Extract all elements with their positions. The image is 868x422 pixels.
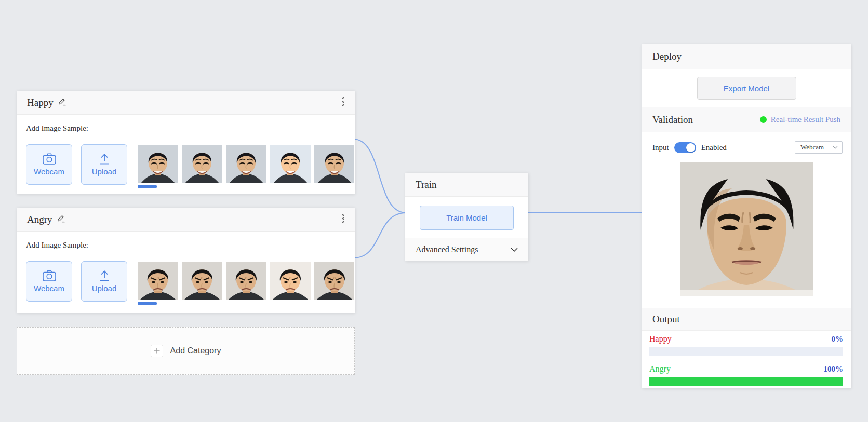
webcam-button[interactable]: Webcam — [26, 144, 72, 185]
add-sample-label: Add Image Sample: — [26, 124, 88, 133]
connector-angry-train — [353, 213, 406, 258]
sample-thumbnail[interactable] — [270, 145, 311, 183]
connector-happy-train — [353, 139, 406, 213]
select-value: Webcam — [800, 143, 833, 152]
input-toggle[interactable] — [674, 142, 696, 153]
sample-thumbnail[interactable] — [314, 145, 354, 183]
edit-icon[interactable] — [57, 214, 65, 223]
edit-icon[interactable] — [58, 98, 66, 106]
deploy-header: Deploy — [642, 44, 851, 69]
sample-thumbnails — [138, 262, 354, 300]
output-bar-track — [649, 347, 843, 356]
upload-button-label: Upload — [92, 284, 117, 293]
export-section: Export Model — [642, 69, 851, 107]
more-menu-icon[interactable] — [342, 214, 344, 223]
camera-icon — [43, 153, 56, 165]
add-category-button[interactable]: Add Category — [17, 327, 355, 375]
output-title: Output — [652, 314, 680, 325]
workspace-canvas: Happy Add Image Sample: Webcam — [0, 0, 868, 422]
output-body: Happy 0% Angry 100% — [642, 334, 851, 386]
sample-thumbnail[interactable] — [314, 262, 354, 300]
category-title: Angry — [27, 214, 52, 225]
output-percent: 100% — [824, 365, 844, 374]
sample-controls: Webcam Upload — [26, 261, 354, 302]
output-header: Output — [642, 308, 851, 331]
camera-icon — [43, 270, 56, 281]
input-label: Input — [652, 143, 669, 152]
deploy-title: Deploy — [652, 51, 682, 62]
output-bar-fill — [649, 377, 843, 386]
add-category-label: Add Category — [170, 346, 221, 356]
realtime-push-link[interactable]: Real-time Result Push — [771, 115, 840, 124]
output-bar-track — [649, 377, 843, 386]
sample-thumbnail[interactable] — [138, 145, 178, 183]
sample-thumbnail[interactable] — [182, 262, 222, 300]
sample-thumbnail[interactable] — [138, 262, 178, 300]
train-model-button[interactable]: Train Model — [420, 206, 514, 230]
train-title: Train — [416, 179, 436, 190]
category-title: Happy — [27, 97, 54, 108]
upload-button[interactable]: Upload — [81, 144, 127, 185]
webcam-button-label: Webcam — [34, 167, 64, 176]
output-percent: 0% — [832, 335, 844, 344]
deploy-panel: Deploy Export Model Validation Real-time… — [642, 44, 851, 388]
output-row-angry: Angry 100% — [649, 364, 843, 386]
chevron-down-icon[interactable] — [511, 248, 518, 252]
plus-icon — [151, 345, 163, 357]
sample-thumbnail[interactable] — [226, 145, 266, 183]
category-header: Happy — [17, 91, 355, 115]
sample-thumbnail[interactable] — [226, 262, 266, 300]
realtime-status: Real-time Result Push — [760, 115, 840, 124]
input-row: Input Enabled Webcam — [642, 132, 851, 162]
advanced-settings-row[interactable]: Advanced Settings — [405, 238, 528, 261]
upload-button[interactable]: Upload — [81, 261, 127, 302]
sample-thumbnail[interactable] — [182, 145, 222, 183]
output-row-happy: Happy 0% — [649, 334, 843, 356]
advanced-settings-label: Advanced Settings — [416, 245, 478, 254]
category-header: Angry — [17, 208, 355, 232]
more-menu-icon[interactable] — [342, 97, 344, 106]
train-card: Train Train Model Advanced Settings — [405, 173, 528, 261]
sample-thumbnail[interactable] — [270, 262, 311, 300]
add-sample-label: Add Image Sample: — [26, 241, 88, 250]
webcam-button[interactable]: Webcam — [26, 261, 72, 302]
sample-thumbnails — [138, 145, 354, 183]
export-model-button[interactable]: Export Model — [697, 77, 796, 100]
category-card-angry: Angry Add Image Sample: Webcam — [17, 208, 355, 313]
thumbnails-scrollbar[interactable] — [138, 302, 157, 305]
train-header: Train — [405, 173, 528, 197]
webcam-preview — [680, 162, 813, 296]
input-source-select[interactable]: Webcam — [795, 141, 843, 154]
output-label: Angry — [649, 364, 671, 374]
toggle-knob — [686, 143, 695, 152]
status-dot-icon — [760, 116, 767, 123]
validation-title: Validation — [652, 114, 693, 126]
webcam-preview-section — [642, 162, 851, 308]
upload-button-label: Upload — [92, 167, 117, 176]
upload-icon — [98, 270, 111, 281]
upload-icon — [98, 153, 111, 165]
category-card-happy: Happy Add Image Sample: Webcam — [17, 91, 355, 194]
validation-header: Validation Real-time Result Push — [642, 107, 851, 132]
output-label: Happy — [649, 334, 672, 344]
webcam-button-label: Webcam — [34, 284, 64, 293]
thumbnails-scrollbar[interactable] — [138, 185, 157, 188]
select-chevron-icon — [833, 146, 838, 149]
input-state-label: Enabled — [701, 143, 727, 152]
sample-controls: Webcam Upload — [26, 144, 354, 185]
